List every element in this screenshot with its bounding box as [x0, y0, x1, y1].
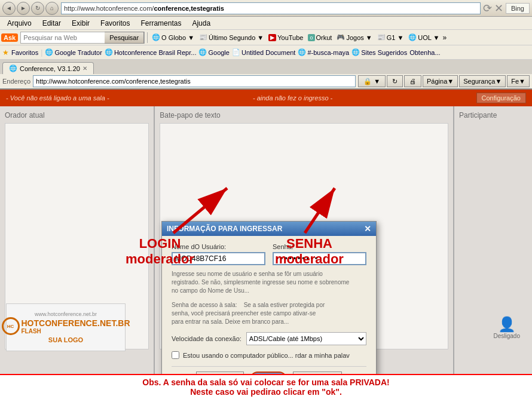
fav-obtenha[interactable]: Obtenha... — [409, 49, 440, 56]
menu-arquivo[interactable]: Arquivo — [2, 18, 36, 29]
fav-untitled[interactable]: 📄 Untitled Document — [232, 48, 296, 56]
conf-config-button[interactable]: Configuração — [476, 93, 526, 103]
tab-label: Conference, V3.1.20 — [20, 65, 80, 72]
modal-close-button[interactable]: ✕ — [364, 224, 371, 234]
hotconference-icon: 🌐 — [105, 48, 113, 56]
conf-status-right: - ainda não fez o ingresso - — [253, 94, 332, 102]
user-area: 👤 Desligado — [494, 316, 520, 339]
panel-orador-title: Orador atual — [5, 111, 149, 119]
url-prefix: http://www.hotconference.com/ — [64, 5, 154, 12]
panel-partic-title: Participante — [459, 111, 527, 119]
password-hint: Senha de acesso à sala: Se a sala estive… — [172, 301, 366, 326]
menu-favoritos[interactable]: Favoritos — [96, 18, 134, 29]
youtube-icon: ▶ — [268, 34, 276, 41]
bottom-line1: Obs. A senha da sala só vai colocar se f… — [6, 377, 526, 387]
toolbar-g1[interactable]: 📰 G1 ▼ — [375, 33, 406, 41]
hotconference-logo: www.hotconference.net.br HC HOTCONFERENC… — [6, 303, 126, 351]
fav-sites[interactable]: 🌐 Sites Sugeridos — [351, 48, 407, 56]
back-button[interactable]: ◄ — [2, 2, 16, 15]
google-icon: 🌐 — [198, 48, 207, 56]
password-label: Senha: — [273, 243, 366, 250]
browser-tab[interactable]: 🌐 Conference, V3.1.20 ✕ — [2, 62, 94, 74]
connection-label: Velocidade da conexão: — [172, 335, 241, 342]
url-bold: conference,testegratis — [154, 5, 224, 12]
user-status: Desligado — [494, 333, 520, 339]
search-button[interactable]: Pesquisar — [105, 32, 144, 44]
favorites-star: ★ — [2, 48, 9, 57]
fe-btn[interactable]: Fe▼ — [507, 75, 530, 87]
panel-partic: Participante — [454, 106, 532, 399]
g1-icon: 📰 — [377, 33, 386, 41]
conf-status-left: - Você não está ligado a uma sala - — [6, 94, 109, 102]
connection-select[interactable]: ADSL/Cable (até 1Mbps) Discado (56K) Ban… — [246, 332, 366, 345]
refresh-addr-btn[interactable]: ↻ — [387, 75, 403, 87]
username-input[interactable] — [172, 252, 265, 265]
toolbar-ultimo-segundo[interactable]: 📰 Último Segundo ▼ — [197, 33, 265, 41]
refresh-icon: ⟳ — [483, 2, 492, 15]
password-input[interactable] — [273, 252, 366, 265]
menu-ajuda[interactable]: Ajuda — [187, 18, 215, 29]
stop-icon: ✕ — [494, 2, 503, 15]
security-btn[interactable]: Segurança▼ — [459, 75, 506, 87]
uol-icon: 🌐 — [408, 33, 417, 41]
toolbar-globo[interactable]: 🌐 O Globo ▼ — [150, 33, 196, 41]
jogos-icon: 🎮 — [337, 33, 345, 41]
modal-title: INFORMAÇÃO PARA INGRESSAR — [167, 225, 282, 233]
globo-icon: 🌐 — [152, 33, 160, 41]
busca-maya-icon: 🌐 — [298, 48, 306, 56]
fav-favoritos[interactable]: Favoritos — [11, 49, 38, 56]
fav-busca-maya[interactable]: 🌐 #-busca-maya — [298, 48, 349, 56]
hc-url: www.hotconference.net.br — [35, 311, 97, 317]
fav-google-tradutor[interactable]: 🌐 Google Tradutor — [45, 48, 102, 56]
menu-exibir[interactable]: Exibir — [67, 18, 94, 29]
tab-close-button[interactable]: ✕ — [82, 65, 87, 72]
toolbar-uol[interactable]: 🌐 UOL ▼ — [406, 33, 441, 41]
forward-button[interactable]: ► — [17, 2, 30, 15]
page-btn[interactable]: Página▼ — [423, 75, 458, 87]
sua-logo: SUA LOGO — [48, 336, 83, 343]
toolbar-expand[interactable]: » — [442, 33, 447, 42]
toolbar-jogos[interactable]: 🎮 Jogos ▼ — [335, 33, 374, 41]
fav-google[interactable]: 🌐 Google — [198, 48, 229, 56]
panel-chat-title: Bate-papo de texto — [160, 111, 448, 119]
hint-text: Ingresse seu nome de usuário e senha se … — [172, 270, 366, 295]
hc-circle: HC — [2, 317, 20, 335]
icons-area[interactable]: 🔒 ▼ — [358, 75, 386, 87]
addr-label: Endereço — [2, 78, 30, 85]
menu-ferramentas[interactable]: Ferramentas — [136, 18, 186, 29]
login-modal: INFORMAÇÃO PARA INGRESSAR ✕ Nome dO Usuá… — [161, 221, 377, 397]
search-input[interactable] — [21, 34, 105, 41]
hc-flash: FLASH — [22, 328, 130, 334]
tab-icon: 🌐 — [9, 65, 17, 72]
ultimosegundo-icon: 📰 — [199, 33, 207, 41]
print-btn[interactable]: 🖨 — [404, 75, 421, 87]
checkbox-label: Estou usando o computador público... rda… — [183, 352, 350, 359]
toolbar-youtube[interactable]: ▶ YouTube — [267, 34, 305, 41]
untitled-icon: 📄 — [232, 48, 240, 56]
hc-brand: HOTCONFERENCE.NET.BR — [22, 318, 130, 328]
home-button[interactable]: ⌂ — [45, 2, 59, 15]
public-computer-checkbox[interactable] — [172, 351, 179, 359]
username-label: Nome dO Usuário: — [172, 243, 265, 250]
orkut-icon: o — [308, 34, 314, 41]
sites-icon: 🌐 — [351, 48, 360, 56]
bottom-line2: Neste caso vai pedirao clicar em "ok". — [6, 387, 526, 397]
ask-logo: Ask — [1, 33, 18, 42]
user-icon: 👤 — [498, 316, 516, 333]
panel-orador: Orador atual — [0, 106, 155, 399]
refresh-button[interactable]: ↻ — [31, 2, 44, 15]
bottom-annotation: Obs. A senha da sala só vai colocar se f… — [0, 374, 532, 399]
google-tradutor-icon: 🌐 — [45, 48, 53, 56]
address-input[interactable] — [33, 75, 356, 87]
toolbar-separator — [147, 32, 148, 43]
toolbar-orkut[interactable]: o Orkut — [306, 34, 334, 41]
fav-hotconference[interactable]: 🌐 Hotconference Brasil Repr... — [105, 48, 197, 56]
menu-editar[interactable]: Editar — [38, 18, 66, 29]
bing-search[interactable]: Bing — [506, 3, 530, 14]
